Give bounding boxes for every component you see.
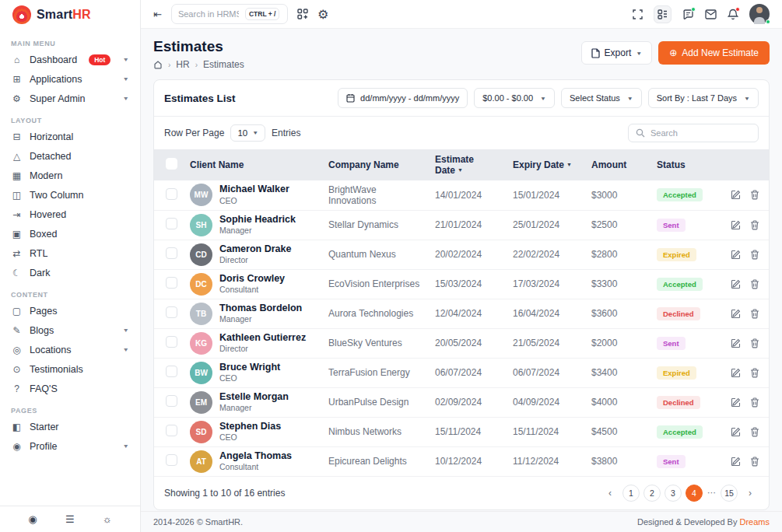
- chat-icon[interactable]: [682, 9, 694, 20]
- edit-icon[interactable]: [731, 220, 741, 230]
- client-name[interactable]: Bruce Wright: [219, 362, 280, 374]
- delete-icon[interactable]: [750, 427, 759, 437]
- sidebar-item-horizontal[interactable]: ⊟Horizontal: [11, 127, 129, 146]
- client-name[interactable]: Estelle Morgan: [219, 391, 289, 404]
- status-filter[interactable]: Select Status ▼: [561, 88, 642, 108]
- sidebar-collapse-icon[interactable]: ⇤: [153, 9, 162, 20]
- user-avatar[interactable]: [749, 4, 770, 24]
- sidebar-item-faq-s[interactable]: ?FAQ'S: [11, 379, 129, 398]
- row-checkbox[interactable]: [166, 188, 177, 200]
- column-status[interactable]: Status: [650, 149, 724, 180]
- settings-gear-icon[interactable]: ⚙: [317, 7, 328, 22]
- pagination-next-icon[interactable]: ›: [742, 485, 759, 502]
- sidebar-item-dark[interactable]: ☾Dark: [11, 263, 129, 282]
- sidebar-item-locations[interactable]: ◎Locations▼: [11, 340, 129, 359]
- breadcrumb-item-hr[interactable]: HR: [176, 59, 189, 70]
- sidebar-item-rtl[interactable]: ⇄RTL: [11, 243, 129, 263]
- row-checkbox[interactable]: [166, 336, 177, 348]
- sidebar-item-pages[interactable]: ▢Pages: [11, 301, 129, 320]
- table-search[interactable]: [628, 124, 759, 142]
- client-name[interactable]: Cameron Drake: [219, 243, 291, 256]
- pagination-page-15[interactable]: 15: [721, 485, 738, 502]
- sidebar-item-starter[interactable]: ◧Starter: [11, 417, 129, 436]
- menu-list-icon[interactable]: ☰: [65, 513, 75, 525]
- client-name[interactable]: Angela Thomas: [219, 450, 292, 463]
- row-checkbox[interactable]: [166, 425, 177, 436]
- pagination-page-3[interactable]: 3: [665, 485, 682, 502]
- export-button[interactable]: Export ▼: [581, 41, 653, 65]
- sidebar-item-super-admin[interactable]: ⚙Super Admin▼: [11, 89, 129, 108]
- apps-grid-icon[interactable]: [297, 9, 308, 19]
- sidebar-item-modern[interactable]: ▦Modern: [11, 166, 129, 185]
- column-client-name[interactable]: Client Name: [184, 149, 322, 180]
- price-range-filter[interactable]: $0.00 - $0.00 ▼: [474, 88, 555, 108]
- client-name[interactable]: Thomas Bordelon: [219, 303, 302, 315]
- users-icon[interactable]: ◉: [28, 513, 37, 525]
- credit-brand-link[interactable]: Dreams: [739, 517, 770, 527]
- row-checkbox[interactable]: [166, 454, 177, 466]
- brand-logo[interactable]: SmartHR: [0, 0, 140, 30]
- delete-icon[interactable]: [750, 279, 759, 289]
- column-expiry-date[interactable]: Expiry Date▼: [507, 149, 585, 180]
- sort-by-filter[interactable]: Sort By : Last 7 Days ▼: [648, 88, 759, 108]
- table-search-input[interactable]: [650, 128, 744, 138]
- delete-icon[interactable]: [750, 250, 759, 260]
- delete-icon[interactable]: [750, 397, 759, 408]
- client-name[interactable]: Stephen Dias: [219, 421, 281, 433]
- brightness-icon[interactable]: ☼: [103, 513, 112, 525]
- edit-icon[interactable]: [731, 397, 741, 408]
- sidebar-item-applications[interactable]: ⊞Applications▼: [11, 69, 129, 89]
- pagination-page-4[interactable]: 4: [686, 485, 703, 502]
- row-checkbox[interactable]: [166, 277, 177, 289]
- edit-icon[interactable]: [731, 190, 741, 200]
- edit-icon[interactable]: [731, 250, 741, 260]
- row-checkbox[interactable]: [166, 366, 177, 377]
- delete-icon[interactable]: [750, 457, 759, 467]
- sidebar-item-two-column[interactable]: ◫Two Column: [11, 185, 129, 205]
- client-name[interactable]: Sophie Headrick: [219, 214, 296, 226]
- edit-icon[interactable]: [731, 309, 741, 319]
- row-checkbox[interactable]: [166, 306, 177, 318]
- delete-icon[interactable]: [750, 338, 759, 348]
- rows-per-page-select[interactable]: 10 ▼: [230, 124, 265, 142]
- pagination-page-2[interactable]: 2: [643, 485, 661, 502]
- date-range-picker[interactable]: dd/mm/yyyy - dd/mm/yyyy: [338, 88, 468, 108]
- row-checkbox[interactable]: [166, 218, 177, 229]
- delete-icon[interactable]: [750, 220, 759, 230]
- pagination-prev-icon[interactable]: ‹: [601, 485, 619, 502]
- column-estimate-date[interactable]: Estimate Date▼: [429, 149, 507, 180]
- search-icon: [636, 128, 645, 138]
- client-name[interactable]: Doris Crowley: [219, 273, 285, 285]
- sidebar-item-dashboard[interactable]: ⌂DashboardHot▼: [11, 50, 129, 69]
- add-new-estimate-button[interactable]: ⊕ Add New Estimate: [658, 41, 770, 65]
- client-name[interactable]: Kathleen Gutierrez: [219, 332, 306, 345]
- client-name[interactable]: Michael Walker: [219, 184, 289, 196]
- sidebar-item-blogs[interactable]: ✎Blogs▼: [11, 320, 129, 340]
- delete-icon[interactable]: [750, 190, 759, 200]
- row-checkbox[interactable]: [166, 247, 177, 259]
- select-all-checkbox[interactable]: [166, 158, 177, 170]
- sidebar-item-boxed[interactable]: ▣Boxed: [11, 224, 129, 243]
- layout-toggle-icon[interactable]: [654, 5, 672, 23]
- delete-icon[interactable]: [750, 309, 759, 319]
- column-amount[interactable]: Amount: [585, 149, 650, 180]
- mail-icon[interactable]: [705, 9, 717, 19]
- sidebar-item-testimonials[interactable]: ⊙Testimonials: [11, 359, 129, 379]
- sidebar-item-hovered[interactable]: ⇥Hovered: [11, 205, 129, 224]
- sidebar-item-profile[interactable]: ◉Profile▼: [11, 436, 129, 456]
- edit-icon[interactable]: [731, 427, 741, 437]
- fullscreen-icon[interactable]: [633, 9, 643, 19]
- column-company-name[interactable]: Company Name: [322, 149, 429, 180]
- row-checkbox[interactable]: [166, 395, 177, 407]
- edit-icon[interactable]: [731, 338, 741, 348]
- edit-icon[interactable]: [731, 368, 741, 378]
- edit-icon[interactable]: [731, 457, 741, 467]
- global-search-input[interactable]: [178, 9, 239, 19]
- global-search[interactable]: CTRL + /: [171, 4, 288, 24]
- bell-icon[interactable]: [728, 9, 738, 20]
- pagination-page-1[interactable]: 1: [622, 485, 640, 502]
- home-icon[interactable]: [153, 60, 163, 69]
- sidebar-item-detached[interactable]: △Detached: [11, 146, 129, 166]
- delete-icon[interactable]: [750, 368, 759, 378]
- edit-icon[interactable]: [731, 279, 741, 289]
